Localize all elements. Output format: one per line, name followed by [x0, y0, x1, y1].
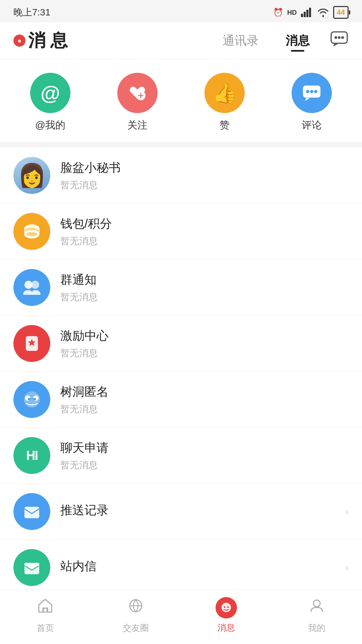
avatar-push [13, 493, 50, 530]
svg-point-13 [310, 90, 313, 93]
tab-messages[interactable]: 消息 [193, 597, 260, 634]
profile-icon [308, 597, 326, 619]
message-content-chatrequest: 聊天申请 暂无消息 [60, 440, 349, 472]
message-content-mail: 站内信 [60, 558, 339, 577]
message-subtitle-secretary: 暂无消息 [60, 179, 349, 192]
svg-rect-1 [304, 12, 306, 17]
tab-home[interactable]: 首页 [12, 597, 79, 634]
avatar-tree [13, 381, 50, 418]
comment-icon [292, 73, 332, 113]
message-subtitle-wallet: 暂无消息 [60, 235, 349, 248]
message-title-reward: 激励中心 [60, 328, 349, 344]
mention-label: @我的 [35, 118, 65, 132]
message-item-chatrequest[interactable]: HI 聊天申请 暂无消息 [0, 428, 362, 484]
svg-rect-26 [28, 398, 31, 400]
quick-action-comment[interactable]: 评论 [292, 73, 332, 132]
svg-rect-27 [33, 398, 36, 400]
message-list: 👩 脸盆小秘书 暂无消息 钱包/积分 暂无消息 [0, 148, 362, 595]
avatar-group [13, 269, 50, 306]
message-item-secretary[interactable]: 👩 脸盆小秘书 暂无消息 [0, 148, 362, 204]
message-content-push: 推送记录 [60, 502, 339, 521]
chat-icon[interactable] [330, 29, 349, 52]
header-nav: 通讯录 消息 [223, 33, 310, 49]
svg-point-20 [31, 281, 39, 289]
notification-badge: ● [13, 35, 25, 47]
message-content-group: 群通知 暂无消息 [60, 272, 349, 304]
message-title-tree: 树洞匿名 [60, 384, 349, 400]
tab-profile-label: 我的 [308, 622, 325, 634]
nav-contacts[interactable]: 通讯录 [223, 33, 259, 49]
svg-rect-2 [306, 10, 308, 17]
svg-point-34 [222, 603, 231, 612]
message-title-group: 群通知 [60, 272, 349, 288]
avatar-wallet [13, 213, 50, 250]
tab-home-label: 首页 [37, 622, 54, 634]
avatar-mail [13, 549, 50, 586]
home-icon [36, 597, 54, 619]
comment-label: 评论 [302, 118, 322, 132]
hd-icon: HD [287, 9, 297, 16]
message-title-wallet: 钱包/积分 [60, 216, 349, 232]
svg-point-7 [341, 36, 344, 39]
svg-rect-0 [301, 14, 303, 17]
message-item-mail[interactable]: 站内信 › [0, 540, 362, 595]
message-content-tree: 树洞匿名 暂无消息 [60, 384, 349, 416]
messages-active-icon [216, 597, 237, 619]
svg-point-6 [338, 36, 341, 39]
status-icons: ⏰ HD 44 [273, 6, 349, 19]
svg-rect-3 [309, 8, 311, 17]
header: ● 消 息 通讯录 消息 [0, 22, 362, 59]
svg-point-37 [313, 600, 320, 607]
like-icon: 👍 [204, 73, 245, 113]
alarm-icon: ⏰ [273, 8, 283, 17]
battery-icon: 44 [333, 6, 349, 19]
message-content-secretary: 脸盆小秘书 暂无消息 [60, 160, 349, 192]
svg-point-5 [335, 36, 337, 39]
message-title-chatrequest: 聊天申请 [60, 440, 349, 456]
message-content-wallet: 钱包/积分 暂无消息 [60, 216, 349, 248]
message-content-reward: 激励中心 暂无消息 [60, 328, 349, 360]
follow-icon [117, 73, 158, 113]
svg-point-14 [314, 90, 317, 93]
svg-point-18 [26, 232, 37, 236]
quick-action-follow[interactable]: 关注 [117, 73, 158, 132]
tab-profile[interactable]: 我的 [283, 597, 350, 634]
message-item-tree[interactable]: 树洞匿名 暂无消息 [0, 372, 362, 428]
avatar-chatrequest: HI [13, 437, 50, 474]
message-subtitle-reward: 暂无消息 [60, 347, 349, 360]
svg-point-12 [306, 90, 309, 93]
social-icon [127, 597, 145, 619]
svg-point-36 [227, 606, 229, 608]
message-subtitle-group: 暂无消息 [60, 291, 349, 304]
message-title-secretary: 脸盆小秘书 [60, 160, 349, 176]
tab-social-label: 交友圈 [123, 622, 149, 634]
avatar-secretary: 👩 [13, 157, 50, 194]
mail-arrow-icon: › [345, 562, 349, 573]
tab-social[interactable]: 交友圈 [102, 597, 169, 634]
quick-actions: @ @我的 关注 👍 赞 [0, 59, 362, 142]
quick-action-mention[interactable]: @ @我的 [30, 73, 70, 132]
message-item-push[interactable]: 推送记录 › [0, 484, 362, 540]
tab-bar: 首页 交友圈 消息 我的 [0, 590, 362, 644]
signal-icon [301, 8, 313, 17]
push-arrow-icon: › [345, 506, 349, 517]
follow-label: 关注 [127, 118, 147, 132]
nav-messages[interactable]: 消息 [286, 33, 310, 49]
app-title: ● 消 息 [13, 29, 68, 52]
mention-icon: @ [30, 73, 70, 113]
message-item-wallet[interactable]: 钱包/积分 暂无消息 [0, 204, 362, 260]
svg-point-35 [224, 606, 226, 608]
message-subtitle-chatrequest: 暂无消息 [60, 459, 349, 472]
message-item-reward[interactable]: 激励中心 暂无消息 [0, 316, 362, 372]
quick-action-like[interactable]: 👍 赞 [204, 73, 245, 132]
message-title-push: 推送记录 [60, 502, 339, 519]
message-subtitle-tree: 暂无消息 [60, 403, 349, 416]
avatar-reward [13, 325, 50, 362]
status-time: 晚上7:31 [13, 6, 51, 19]
message-item-group[interactable]: 群通知 暂无消息 [0, 260, 362, 316]
wifi-icon [317, 8, 329, 17]
tab-messages-label: 消息 [218, 622, 235, 634]
svg-rect-31 [44, 608, 47, 612]
status-bar: 晚上7:31 ⏰ HD 44 [0, 0, 362, 22]
message-title-mail: 站内信 [60, 558, 339, 575]
